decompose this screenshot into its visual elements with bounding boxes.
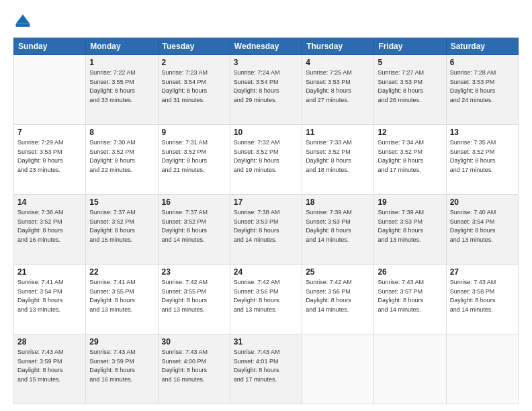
day-number: 25	[306, 267, 370, 277]
day-number: 26	[378, 267, 442, 277]
day-info: Sunrise: 7:43 AM Sunset: 3:59 PM Dayligh…	[89, 348, 154, 384]
calendar-cell: 13Sunrise: 7:35 AM Sunset: 3:52 PM Dayli…	[446, 125, 518, 195]
calendar-cell: 7Sunrise: 7:29 AM Sunset: 3:53 PM Daylig…	[14, 125, 86, 195]
day-info: Sunrise: 7:37 AM Sunset: 3:52 PM Dayligh…	[162, 208, 226, 244]
day-number: 22	[89, 267, 154, 277]
day-number: 8	[89, 128, 154, 137]
day-number: 7	[17, 128, 82, 137]
svg-marker-0	[16, 15, 30, 24]
day-info: Sunrise: 7:42 AM Sunset: 3:56 PM Dayligh…	[234, 278, 298, 314]
page: SundayMondayTuesdayWednesdayThursdayFrid…	[0, 0, 532, 411]
calendar-cell: 30Sunrise: 7:43 AM Sunset: 4:00 PM Dayli…	[158, 334, 230, 404]
column-header-thursday: Thursday	[302, 38, 374, 55]
calendar-cell: 17Sunrise: 7:38 AM Sunset: 3:53 PM Dayli…	[230, 195, 302, 265]
calendar-cell: 15Sunrise: 7:37 AM Sunset: 3:52 PM Dayli…	[86, 195, 158, 265]
day-number: 15	[89, 197, 154, 207]
day-number: 14	[17, 197, 82, 207]
day-info: Sunrise: 7:43 AM Sunset: 4:01 PM Dayligh…	[234, 348, 298, 384]
calendar-cell: 12Sunrise: 7:34 AM Sunset: 3:52 PM Dayli…	[374, 125, 446, 195]
calendar-cell: 18Sunrise: 7:39 AM Sunset: 3:53 PM Dayli…	[302, 195, 374, 265]
day-info: Sunrise: 7:39 AM Sunset: 3:53 PM Dayligh…	[306, 208, 370, 244]
day-info: Sunrise: 7:36 AM Sunset: 3:52 PM Dayligh…	[17, 208, 82, 244]
logo-icon	[13, 12, 32, 31]
calendar-cell: 5Sunrise: 7:27 AM Sunset: 3:53 PM Daylig…	[374, 55, 446, 125]
day-info: Sunrise: 7:27 AM Sunset: 3:53 PM Dayligh…	[378, 68, 442, 105]
calendar-cell: 14Sunrise: 7:36 AM Sunset: 3:52 PM Dayli…	[14, 195, 86, 265]
column-header-tuesday: Tuesday	[158, 38, 230, 55]
day-number: 3	[234, 58, 298, 67]
calendar-cell	[446, 334, 518, 404]
day-number: 19	[378, 197, 442, 207]
day-info: Sunrise: 7:40 AM Sunset: 3:54 PM Dayligh…	[450, 208, 515, 244]
day-number: 18	[306, 197, 370, 207]
day-number: 23	[162, 267, 226, 277]
day-info: Sunrise: 7:32 AM Sunset: 3:52 PM Dayligh…	[234, 138, 298, 175]
day-number: 11	[306, 128, 370, 137]
day-number: 2	[162, 58, 226, 67]
day-info: Sunrise: 7:41 AM Sunset: 3:54 PM Dayligh…	[17, 278, 82, 314]
day-info: Sunrise: 7:24 AM Sunset: 3:54 PM Dayligh…	[234, 68, 298, 105]
calendar-cell: 3Sunrise: 7:24 AM Sunset: 3:54 PM Daylig…	[230, 55, 302, 125]
day-info: Sunrise: 7:38 AM Sunset: 3:53 PM Dayligh…	[234, 208, 298, 244]
calendar-cell: 16Sunrise: 7:37 AM Sunset: 3:52 PM Dayli…	[158, 195, 230, 265]
day-info: Sunrise: 7:33 AM Sunset: 3:52 PM Dayligh…	[306, 138, 370, 175]
day-number: 9	[162, 128, 226, 137]
day-info: Sunrise: 7:23 AM Sunset: 3:54 PM Dayligh…	[162, 68, 226, 105]
day-info: Sunrise: 7:22 AM Sunset: 3:55 PM Dayligh…	[89, 68, 154, 105]
calendar-cell: 10Sunrise: 7:32 AM Sunset: 3:52 PM Dayli…	[230, 125, 302, 195]
column-header-friday: Friday	[374, 38, 446, 55]
calendar-cell: 21Sunrise: 7:41 AM Sunset: 3:54 PM Dayli…	[14, 265, 86, 334]
day-number: 31	[234, 337, 298, 347]
day-number: 29	[89, 337, 154, 347]
day-number: 5	[378, 58, 442, 67]
svg-rect-1	[16, 24, 30, 27]
day-info: Sunrise: 7:39 AM Sunset: 3:53 PM Dayligh…	[378, 208, 442, 244]
day-number: 21	[17, 267, 82, 277]
calendar-cell: 6Sunrise: 7:28 AM Sunset: 3:53 PM Daylig…	[446, 55, 518, 125]
day-number: 17	[234, 197, 298, 207]
day-number: 16	[162, 197, 226, 207]
calendar-cell: 1Sunrise: 7:22 AM Sunset: 3:55 PM Daylig…	[86, 55, 158, 125]
day-info: Sunrise: 7:31 AM Sunset: 3:52 PM Dayligh…	[162, 138, 226, 175]
day-number: 30	[162, 337, 226, 347]
day-number: 12	[378, 128, 442, 137]
day-info: Sunrise: 7:43 AM Sunset: 3:59 PM Dayligh…	[17, 348, 82, 384]
calendar-cell	[374, 334, 446, 404]
calendar-table: SundayMondayTuesdayWednesdayThursdayFrid…	[13, 38, 519, 404]
day-number: 13	[450, 128, 515, 137]
calendar-cell: 22Sunrise: 7:41 AM Sunset: 3:55 PM Dayli…	[86, 265, 158, 334]
day-info: Sunrise: 7:37 AM Sunset: 3:52 PM Dayligh…	[89, 208, 154, 244]
day-number: 27	[450, 267, 515, 277]
calendar-cell: 26Sunrise: 7:43 AM Sunset: 3:57 PM Dayli…	[374, 265, 446, 334]
day-info: Sunrise: 7:34 AM Sunset: 3:52 PM Dayligh…	[378, 138, 442, 175]
calendar-cell: 9Sunrise: 7:31 AM Sunset: 3:52 PM Daylig…	[158, 125, 230, 195]
calendar-cell: 4Sunrise: 7:25 AM Sunset: 3:53 PM Daylig…	[302, 55, 374, 125]
calendar-cell: 23Sunrise: 7:42 AM Sunset: 3:55 PM Dayli…	[158, 265, 230, 334]
day-info: Sunrise: 7:29 AM Sunset: 3:53 PM Dayligh…	[17, 138, 82, 175]
day-info: Sunrise: 7:43 AM Sunset: 4:00 PM Dayligh…	[162, 348, 226, 384]
day-number: 4	[306, 58, 370, 67]
calendar-cell: 25Sunrise: 7:42 AM Sunset: 3:56 PM Dayli…	[302, 265, 374, 334]
day-info: Sunrise: 7:42 AM Sunset: 3:55 PM Dayligh…	[162, 278, 226, 314]
calendar-cell	[14, 55, 86, 125]
logo	[13, 12, 35, 31]
day-number: 28	[17, 337, 82, 347]
day-number: 20	[450, 197, 515, 207]
column-header-monday: Monday	[86, 38, 158, 55]
day-info: Sunrise: 7:30 AM Sunset: 3:52 PM Dayligh…	[89, 138, 154, 175]
day-info: Sunrise: 7:43 AM Sunset: 3:57 PM Dayligh…	[378, 278, 442, 314]
day-info: Sunrise: 7:35 AM Sunset: 3:52 PM Dayligh…	[450, 138, 515, 175]
day-number: 24	[234, 267, 298, 277]
calendar-cell: 2Sunrise: 7:23 AM Sunset: 3:54 PM Daylig…	[158, 55, 230, 125]
day-info: Sunrise: 7:42 AM Sunset: 3:56 PM Dayligh…	[306, 278, 370, 314]
column-header-sunday: Sunday	[14, 38, 86, 55]
calendar-cell: 11Sunrise: 7:33 AM Sunset: 3:52 PM Dayli…	[302, 125, 374, 195]
column-header-saturday: Saturday	[446, 38, 518, 55]
header	[13, 12, 519, 31]
calendar-cell: 20Sunrise: 7:40 AM Sunset: 3:54 PM Dayli…	[446, 195, 518, 265]
calendar-cell: 27Sunrise: 7:43 AM Sunset: 3:58 PM Dayli…	[446, 265, 518, 334]
day-info: Sunrise: 7:25 AM Sunset: 3:53 PM Dayligh…	[306, 68, 370, 105]
day-info: Sunrise: 7:41 AM Sunset: 3:55 PM Dayligh…	[89, 278, 154, 314]
calendar-cell: 24Sunrise: 7:42 AM Sunset: 3:56 PM Dayli…	[230, 265, 302, 334]
calendar-cell: 28Sunrise: 7:43 AM Sunset: 3:59 PM Dayli…	[14, 334, 86, 404]
